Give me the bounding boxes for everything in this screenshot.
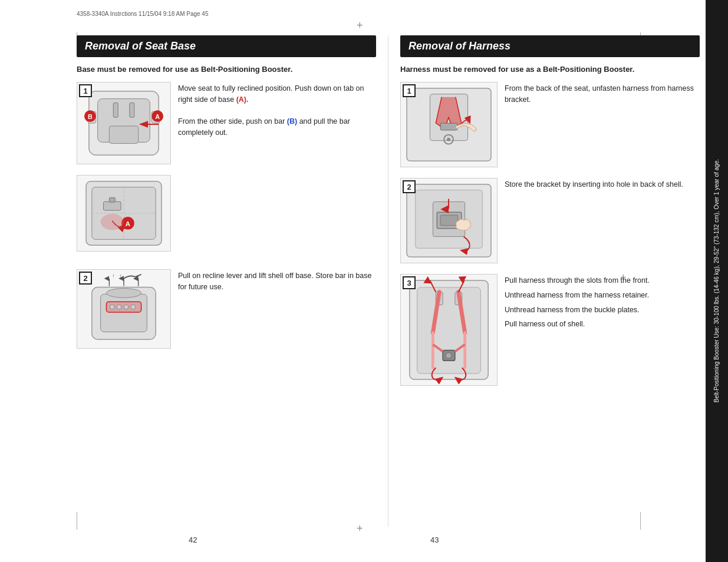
svg-rect-16 xyxy=(104,201,121,210)
svg-rect-44 xyxy=(440,215,458,226)
svg-text:↑: ↑ xyxy=(119,273,121,279)
svg-text:A: A xyxy=(126,220,131,228)
right-step3-text: Pull harness through the slots from the … xyxy=(505,274,700,330)
right-step3-image: 3 xyxy=(400,274,498,386)
svg-rect-22 xyxy=(101,295,147,332)
right-step2-text: Store the bracket by inserting into hole… xyxy=(505,178,700,190)
svg-rect-37 xyxy=(440,123,457,130)
right-step2-image: 2 xyxy=(400,178,498,263)
right-section-title: Removal of Harness xyxy=(400,35,700,57)
left-step2-text-content: Pull on recline lever and lift shell off… xyxy=(178,272,371,291)
right-section-subtitle: Harness must be removed for use as a Bel… xyxy=(400,64,700,75)
left-section-title: Removal of Seat Base xyxy=(77,35,376,57)
label-a: (A). xyxy=(236,95,249,104)
left-step2-image: 2 ↑ ↑ xyxy=(77,269,171,349)
svg-line-24 xyxy=(136,275,141,277)
left-step1-image: 1 A xyxy=(77,82,171,164)
svg-rect-4 xyxy=(109,126,138,144)
svg-point-28 xyxy=(110,305,114,309)
crosshair-bottom xyxy=(360,528,369,537)
right-step1-badge: 1 xyxy=(403,84,416,97)
left-section: Removal of Seat Base Base must be remove… xyxy=(77,35,388,527)
svg-point-29 xyxy=(117,305,121,309)
svg-rect-3 xyxy=(130,103,134,118)
left-step1b-image: A xyxy=(77,175,171,257)
right-step3-line4: Pull harness out of shell. xyxy=(505,319,700,330)
page-number-right: 43 xyxy=(430,535,439,544)
main-content: Removal of Seat Base Base must be remove… xyxy=(77,35,700,527)
svg-point-23 xyxy=(106,289,141,298)
svg-point-30 xyxy=(124,305,129,309)
sidebar: Belt-Positioning Booster Use: 30-100 lbs… xyxy=(706,0,728,562)
svg-rect-2 xyxy=(113,103,118,118)
right-step1-text: From the back of the seat, unfasten harn… xyxy=(505,82,700,105)
right-step3-line2: Unthread harness from the harness retain… xyxy=(505,290,700,301)
right-step-2: 2 xyxy=(400,178,700,263)
label-b: (B) xyxy=(287,117,297,125)
right-step-3: 3 xyxy=(400,274,700,386)
svg-rect-17 xyxy=(109,198,115,203)
page-meta: 4358-3340A Instrctions 11/15/04 9:18 AM … xyxy=(77,11,209,17)
right-step3-line1: Pull harness through the slots from the … xyxy=(505,275,700,286)
left-step-2: 2 ↑ ↑ xyxy=(77,269,376,349)
left-step1-text-b: From the other side, push on bar (B) and… xyxy=(178,117,350,137)
svg-point-55 xyxy=(446,353,452,359)
svg-text:A: A xyxy=(155,113,160,120)
left-step1-badge: 1 xyxy=(79,84,92,97)
left-step1-text: Move seat to fully reclined position. Pu… xyxy=(178,82,376,138)
svg-point-31 xyxy=(131,305,136,309)
right-step3-badge: 3 xyxy=(403,276,416,289)
left-step1-text-content: Move seat to fully reclined position. Pu… xyxy=(178,84,364,104)
crosshair-top xyxy=(360,25,369,34)
svg-text:B: B xyxy=(88,113,93,120)
left-step2-text: Pull on recline lever and lift shell off… xyxy=(178,269,376,293)
svg-point-20 xyxy=(101,214,124,230)
left-step-1b: A xyxy=(77,175,376,257)
left-step-1: 1 A xyxy=(77,82,376,164)
right-step1-image: 1 xyxy=(400,82,498,167)
right-step3-line3: Unthread harness from the buckle plates. xyxy=(505,305,700,316)
svg-text:↑: ↑ xyxy=(112,273,114,279)
right-step2-badge: 2 xyxy=(403,180,416,193)
right-step-1: 1 xyxy=(400,82,700,167)
page-number-left: 42 xyxy=(189,535,197,544)
left-section-subtitle: Base must be removed for use as Belt-Pos… xyxy=(77,64,376,75)
sidebar-text: Belt-Positioning Booster Use: 30-100 lbs… xyxy=(713,153,721,408)
left-step2-badge: 2 xyxy=(79,272,92,285)
right-section: Removal of Harness Harness must be remov… xyxy=(388,35,700,527)
svg-point-39 xyxy=(447,138,450,141)
